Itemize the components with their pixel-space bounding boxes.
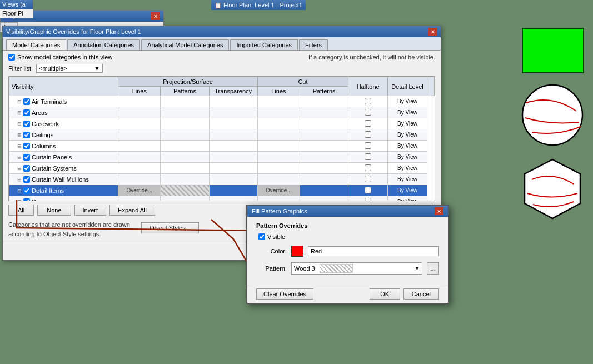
fill-ok-btn[interactable]: OK bbox=[370, 288, 400, 300]
row-checkbox[interactable] bbox=[23, 143, 30, 149]
row-checkbox[interactable] bbox=[23, 176, 30, 183]
table-row[interactable]: ⊞Detail Items bbox=[9, 185, 118, 196]
tab-filters[interactable]: Filters bbox=[299, 39, 328, 50]
row-checkbox[interactable] bbox=[23, 98, 30, 105]
halftone-checkbox[interactable] bbox=[365, 131, 371, 138]
dialog-close-btn[interactable]: ✕ bbox=[428, 28, 437, 36]
halftone-checkbox[interactable] bbox=[365, 120, 371, 127]
info-text: If a category is unchecked, it will not … bbox=[308, 54, 435, 61]
cell-cut-patterns bbox=[300, 129, 348, 141]
categories-note: Categories that are not overridden are d… bbox=[8, 220, 130, 238]
cell-halftone[interactable] bbox=[348, 196, 388, 202]
th-proj-patterns: Patterns bbox=[161, 87, 209, 96]
row-checkbox[interactable] bbox=[23, 187, 30, 194]
row-checkbox[interactable] bbox=[23, 121, 30, 127]
halftone-checkbox[interactable] bbox=[365, 164, 371, 171]
floorplan-icon: 📋 bbox=[215, 2, 221, 8]
table-container[interactable]: Visibility Projection/Surface Cut Halfto… bbox=[8, 76, 435, 201]
table-row[interactable]: ⊞Air Terminals bbox=[9, 96, 118, 107]
cell-halftone[interactable] bbox=[348, 129, 388, 141]
th-transparency: Transparency bbox=[209, 87, 257, 96]
cell-detail-level: By View bbox=[388, 196, 427, 202]
cell-proj-patterns bbox=[161, 129, 209, 141]
cell-halftone[interactable] bbox=[348, 107, 388, 118]
table-row[interactable]: ⊞Areas bbox=[9, 107, 118, 118]
table-row[interactable]: ⊞Casework bbox=[9, 118, 118, 129]
cell-halftone[interactable] bbox=[348, 96, 388, 107]
cell-halftone[interactable] bbox=[348, 185, 388, 196]
row-checkbox[interactable] bbox=[23, 109, 30, 116]
cell-cut-lines bbox=[257, 141, 300, 152]
halftone-checkbox[interactable] bbox=[365, 109, 371, 116]
row-checkbox[interactable] bbox=[23, 154, 30, 161]
show-categories-check[interactable]: Show model categories in this view bbox=[8, 54, 112, 61]
th-scroll bbox=[427, 77, 434, 96]
halftone-checkbox[interactable] bbox=[365, 198, 371, 202]
tab-model-categories[interactable]: Model Categories bbox=[6, 39, 66, 50]
cell-proj-patterns bbox=[161, 196, 209, 202]
clear-overrides-btn[interactable]: Clear Overrides bbox=[256, 288, 313, 300]
expand-icon[interactable]: ⊞ bbox=[17, 99, 22, 104]
fill-color-swatch[interactable] bbox=[291, 246, 303, 257]
table-row[interactable]: ⊞Doors bbox=[9, 196, 118, 202]
table-row[interactable]: ⊞Curtain Systems bbox=[9, 163, 118, 174]
halftone-checkbox[interactable] bbox=[365, 176, 371, 182]
expand-icon[interactable]: ⊞ bbox=[17, 166, 22, 171]
cell-cut-lines bbox=[257, 152, 300, 163]
cell-proj-patterns bbox=[161, 152, 209, 163]
cell-detail-level: By View bbox=[388, 152, 427, 163]
show-categories-row: Show model categories in this view If a … bbox=[8, 54, 435, 61]
row-checkbox[interactable] bbox=[23, 132, 30, 138]
fill-visible-row[interactable]: Visible bbox=[258, 233, 439, 240]
invert-btn[interactable]: Invert bbox=[74, 205, 107, 216]
properties-close-btn[interactable]: ✕ bbox=[151, 12, 160, 20]
expand-icon[interactable]: ⊞ bbox=[17, 154, 22, 160]
fill-pattern-more-btn[interactable]: … bbox=[427, 262, 439, 275]
table-row[interactable]: ⊞Columns bbox=[9, 141, 118, 152]
th-visibility: Visibility bbox=[9, 77, 118, 96]
cell-transparency bbox=[209, 129, 257, 141]
row-name: Areas bbox=[32, 109, 48, 116]
fill-footer-right: OK Cancel bbox=[370, 288, 439, 300]
expand-icon[interactable]: ⊞ bbox=[17, 143, 22, 149]
th-cut-patterns: Patterns bbox=[300, 87, 348, 96]
table-row[interactable]: ⊞Curtain Panels bbox=[9, 152, 118, 163]
halftone-checkbox[interactable] bbox=[365, 187, 371, 193]
cell-halftone[interactable] bbox=[348, 141, 388, 152]
fill-close-btn[interactable]: ✕ bbox=[435, 207, 443, 215]
fill-cancel-btn[interactable]: Cancel bbox=[403, 288, 439, 300]
filter-select[interactable]: <multiple> ▼ bbox=[36, 64, 103, 73]
expand-icon[interactable]: ⊞ bbox=[17, 199, 22, 202]
fill-visible-checkbox[interactable] bbox=[258, 233, 265, 240]
halftone-checkbox[interactable] bbox=[365, 98, 371, 104]
expand-icon[interactable]: ⊞ bbox=[17, 177, 22, 182]
tab-annotation-categories[interactable]: Annotation Categories bbox=[67, 39, 140, 50]
row-checkbox[interactable] bbox=[23, 165, 30, 172]
cell-transparency bbox=[209, 196, 257, 202]
tab-imported-categories[interactable]: Imported Categories bbox=[230, 39, 298, 50]
row-checkbox[interactable] bbox=[23, 198, 30, 202]
cell-cut-patterns bbox=[300, 152, 348, 163]
cell-halftone[interactable] bbox=[348, 118, 388, 129]
none-btn[interactable]: None bbox=[37, 205, 71, 216]
halftone-checkbox[interactable] bbox=[365, 142, 371, 149]
expand-icon[interactable]: ⊞ bbox=[17, 132, 22, 138]
object-styles-btn[interactable]: Object Styles... bbox=[141, 222, 199, 233]
cell-halftone[interactable] bbox=[348, 163, 388, 174]
expand-icon[interactable]: ⊞ bbox=[17, 110, 22, 116]
row-name: Casework bbox=[32, 121, 59, 127]
cell-proj-patterns bbox=[161, 118, 209, 129]
halftone-checkbox[interactable] bbox=[365, 153, 371, 160]
cell-halftone[interactable] bbox=[348, 152, 388, 163]
fill-pattern-dropdown[interactable]: Wood 3 ▼ bbox=[291, 262, 422, 275]
cell-halftone[interactable] bbox=[348, 174, 388, 185]
table-row[interactable]: ⊞Curtain Wall Mullions bbox=[9, 174, 118, 185]
expand-icon[interactable]: ⊞ bbox=[17, 121, 22, 127]
table-row[interactable]: ⊞Ceilings bbox=[9, 129, 118, 141]
all-btn[interactable]: All bbox=[8, 205, 34, 216]
expand-icon[interactable]: ⊞ bbox=[17, 188, 22, 193]
svg-marker-2 bbox=[525, 159, 580, 218]
tab-analytical-model[interactable]: Analytical Model Categories bbox=[141, 39, 229, 50]
expand-all-btn[interactable]: Expand All bbox=[109, 205, 155, 216]
show-categories-checkbox[interactable] bbox=[8, 54, 15, 61]
